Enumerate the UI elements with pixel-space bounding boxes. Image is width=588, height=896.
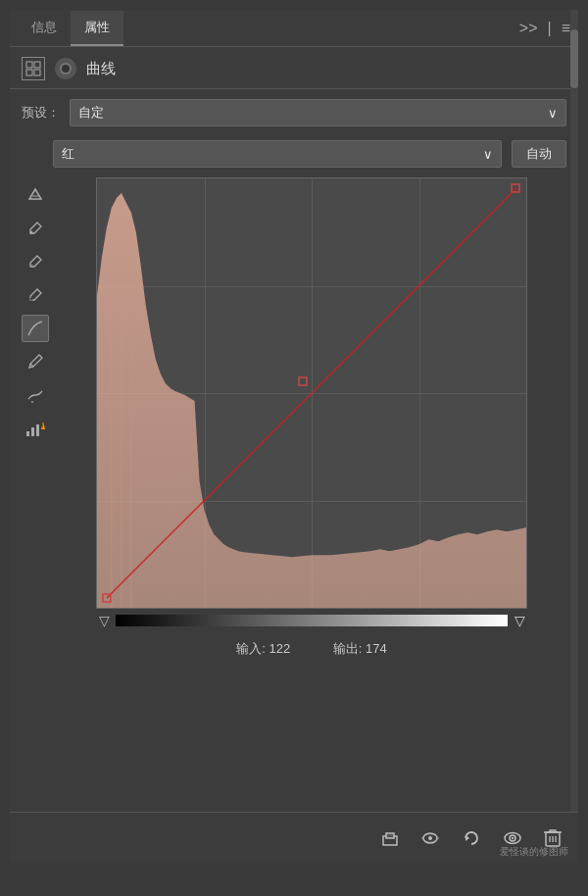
grid-icon — [22, 57, 45, 80]
eyedropper-white-tool[interactable] — [22, 215, 49, 242]
curve-canvas[interactable] — [96, 177, 527, 609]
channel-chevron: ∨ — [483, 147, 493, 162]
input-value: 122 — [269, 641, 290, 656]
svg-point-29 — [512, 836, 514, 838]
reset-icon[interactable] — [461, 828, 482, 848]
smooth-tool[interactable] — [22, 381, 49, 409]
svg-rect-2 — [26, 70, 32, 75]
expand-icon[interactable]: >> — [519, 20, 538, 37]
svg-point-8 — [30, 231, 33, 234]
gradient-bar — [116, 615, 508, 626]
curve-edit-tool[interactable] — [22, 315, 49, 342]
svg-rect-15 — [36, 424, 39, 436]
channel-row: 红 ∨ 自动 — [10, 136, 578, 177]
auto-adjust-tool[interactable] — [22, 181, 49, 209]
visibility-circle-icon[interactable] — [419, 828, 441, 848]
preset-row: 预设： 自定 ∨ — [10, 89, 578, 136]
output-value: 174 — [366, 641, 387, 656]
gradient-white-triangle[interactable]: ▽ — [512, 613, 527, 628]
svg-line-11 — [30, 364, 33, 367]
histogram-warning-tool[interactable]: ! — [22, 415, 49, 442]
tab-info[interactable]: 信息 — [18, 11, 71, 46]
svg-rect-1 — [34, 62, 40, 68]
menu-icon[interactable]: ≡ — [562, 20, 570, 37]
preset-chevron: ∨ — [548, 106, 558, 121]
watermark: 爱怪谈的修图师 — [500, 845, 568, 859]
scrollbar[interactable] — [570, 10, 578, 863]
svg-line-21 — [107, 188, 516, 598]
svg-point-9 — [30, 265, 33, 268]
svg-rect-0 — [26, 62, 32, 68]
auto-button[interactable]: 自动 — [512, 140, 566, 168]
tab-bar-right: >> | ≡ — [519, 20, 570, 37]
gradient-black-triangle[interactable]: ▽ — [96, 613, 112, 628]
svg-rect-23 — [386, 833, 394, 838]
channel-dropdown[interactable]: 红 ∨ — [53, 140, 502, 168]
tools-column: ! — [18, 177, 53, 666]
svg-rect-3 — [34, 70, 40, 75]
svg-point-25 — [428, 836, 432, 840]
clip-to-layer-icon[interactable] — [380, 828, 400, 848]
tab-bar: 信息 属性 >> | ≡ — [10, 10, 578, 47]
scrollbar-thumb[interactable] — [570, 29, 578, 88]
eyedropper-gray-tool[interactable] — [22, 248, 49, 275]
ctrl-point-2 — [299, 377, 307, 385]
svg-rect-13 — [26, 431, 29, 436]
mask-icon — [55, 58, 76, 79]
svg-point-5 — [62, 65, 70, 73]
gradient-bar-wrap: ▽ ▽ — [96, 609, 527, 632]
title-row: 曲线 — [10, 47, 578, 89]
eyedropper-black-tool[interactable] — [22, 281, 49, 309]
output-label: 输出: — [333, 641, 363, 656]
svg-rect-14 — [31, 427, 34, 436]
svg-marker-26 — [466, 835, 469, 841]
channel-value: 红 — [62, 145, 74, 163]
svg-point-10 — [30, 298, 33, 301]
preset-value: 自定 — [78, 104, 104, 122]
preset-label: 预设： — [22, 104, 60, 122]
svg-marker-6 — [29, 189, 41, 199]
bottom-toolbar — [10, 812, 578, 863]
preset-dropdown[interactable]: 自定 ∨ — [70, 99, 566, 126]
pencil-tool[interactable] — [22, 348, 49, 375]
tab-properties[interactable]: 属性 — [71, 11, 123, 46]
io-row: 输入: 122 输出: 174 — [53, 632, 570, 666]
panel-title: 曲线 — [86, 60, 116, 78]
svg-text:!: ! — [42, 423, 43, 429]
main-area: ! — [10, 177, 578, 666]
curve-svg — [97, 178, 526, 608]
curve-wrap: ▽ ▽ 输入: 122 输出: 174 — [53, 177, 570, 666]
input-label: 输入: — [236, 641, 266, 656]
